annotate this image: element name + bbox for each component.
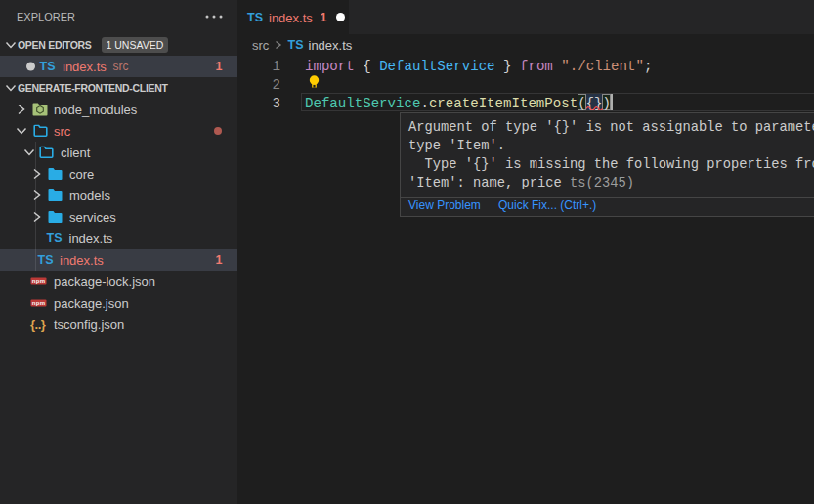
svg-text:npm: npm (32, 278, 46, 284)
svg-text:npm: npm (32, 300, 46, 306)
